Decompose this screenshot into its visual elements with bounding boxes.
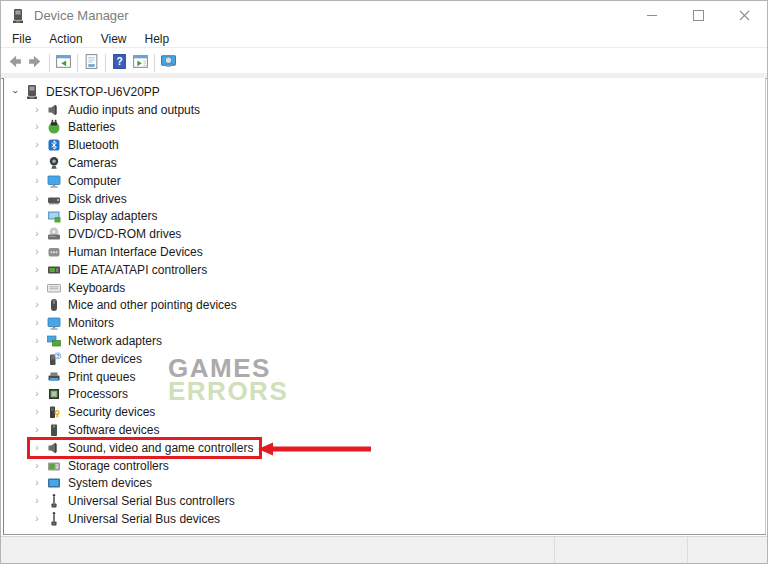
properties-button[interactable] [81, 52, 102, 74]
minimize-button[interactable] [629, 1, 675, 30]
tree-row[interactable]: ›Batteries [4, 119, 765, 137]
tree-item-label: Universal Serial Bus devices [66, 512, 222, 526]
tree-row[interactable]: ›Computer [4, 172, 765, 190]
chevron-right-icon[interactable]: › [30, 461, 44, 471]
show-hide-action-pane-button[interactable] [130, 52, 151, 74]
tree-row[interactable]: ›Monitors [4, 314, 765, 332]
chevron-down-icon[interactable]: › [10, 85, 20, 99]
chevron-right-icon[interactable]: › [30, 283, 44, 293]
svg-text:?: ? [56, 353, 59, 359]
tree-row[interactable]: ›Cameras [4, 154, 765, 172]
chevron-right-icon[interactable]: › [30, 247, 44, 257]
chevron-right-icon[interactable]: › [30, 211, 44, 221]
forward-arrow-icon [27, 53, 44, 74]
chevron-right-icon[interactable]: › [30, 318, 44, 328]
tree-row[interactable]: ›Universal Serial Bus devices [4, 510, 765, 528]
computer-icon [24, 84, 40, 100]
chevron-right-icon[interactable]: › [30, 158, 44, 168]
chevron-right-icon[interactable]: › [30, 354, 44, 364]
chevron-right-icon[interactable]: › [30, 478, 44, 488]
tree-item-label: Other devices [66, 352, 144, 366]
monitor-icon [46, 173, 62, 189]
close-button[interactable] [721, 1, 767, 30]
help-button[interactable]: ? [109, 52, 130, 74]
tree-item-label: Human Interface Devices [66, 245, 205, 259]
toolbar: ? [1, 48, 767, 79]
chevron-right-icon[interactable]: › [30, 407, 44, 417]
highlight-box: ›Sound, video and game controllers [27, 437, 262, 459]
chevron-right-icon[interactable]: › [30, 496, 44, 506]
tree-row[interactable]: ›Storage controllers [4, 457, 765, 475]
tree-row[interactable]: ›System devices [4, 475, 765, 493]
monitor-icon [46, 315, 62, 331]
chevron-right-icon[interactable]: › [30, 229, 44, 239]
speaker-icon [46, 102, 62, 118]
toolbar-separator [105, 54, 106, 72]
printer-icon [46, 369, 62, 385]
tree-item-label: Audio inputs and outputs [66, 103, 202, 117]
toolbar-separator [154, 54, 155, 72]
tree-row[interactable]: ›Audio inputs and outputs [4, 101, 765, 119]
tree-item-label: Computer [66, 174, 123, 188]
tree-row[interactable]: ›Bluetooth [4, 136, 765, 154]
minimize-icon [647, 15, 657, 16]
tree-row[interactable]: ›DVD/CD-ROM drives [4, 225, 765, 243]
help-icon: ? [111, 53, 128, 74]
tree-row[interactable]: ›Human Interface Devices [4, 243, 765, 261]
speaker-icon [46, 440, 62, 456]
tree-row[interactable]: ›Print queues [4, 368, 765, 386]
back-button[interactable] [4, 52, 25, 74]
chevron-right-icon[interactable]: › [30, 372, 44, 382]
tree-row[interactable]: ›?Other devices [4, 350, 765, 368]
menu-bar: FileActionViewHelp [1, 30, 767, 48]
tree-row[interactable]: ›IDE ATA/ATAPI controllers [4, 261, 765, 279]
chevron-right-icon[interactable]: › [30, 300, 44, 310]
status-section-3 [688, 537, 767, 563]
toolbar-separator [49, 54, 50, 72]
tree-row[interactable]: ›Processors [4, 386, 765, 404]
chevron-right-icon[interactable]: › [30, 514, 44, 524]
chevron-right-icon[interactable]: › [30, 443, 44, 453]
tree-item-label: Network adapters [66, 334, 164, 348]
maximize-button[interactable] [675, 1, 721, 30]
system-icon [46, 475, 62, 491]
chevron-right-icon[interactable]: › [30, 140, 44, 150]
tree-item-label: DESKTOP-U6V20PP [44, 85, 162, 99]
chevron-right-icon[interactable]: › [30, 176, 44, 186]
tree-row[interactable]: ›Display adapters [4, 208, 765, 226]
window-controls [629, 1, 767, 30]
tree-row[interactable]: ›Disk drives [4, 190, 765, 208]
tree-item-label: Display adapters [66, 209, 159, 223]
usb-icon [46, 493, 62, 509]
chevron-right-icon[interactable]: › [30, 336, 44, 346]
chevron-right-icon[interactable]: › [30, 122, 44, 132]
hid-icon [46, 244, 62, 260]
tree-root-row[interactable]: ›DESKTOP-U6V20PP [4, 83, 765, 101]
tree-row[interactable]: ›Security devices [4, 403, 765, 421]
battery-icon [46, 119, 62, 135]
tree-row[interactable]: ›Sound, video and game controllers [4, 439, 765, 457]
chevron-right-icon[interactable]: › [30, 389, 44, 399]
menu-item-view[interactable]: View [92, 31, 136, 47]
tree-row[interactable]: ›Mice and other pointing devices [4, 297, 765, 315]
chevron-right-icon[interactable]: › [30, 105, 44, 115]
menu-item-action[interactable]: Action [40, 31, 91, 47]
chevron-right-icon[interactable]: › [30, 194, 44, 204]
chevron-right-icon[interactable]: › [30, 425, 44, 435]
dvd-icon [46, 226, 62, 242]
menu-item-help[interactable]: Help [136, 31, 179, 47]
back-arrow-icon [6, 53, 23, 74]
action-pane-icon [132, 53, 149, 74]
tree-row[interactable]: ›Keyboards [4, 279, 765, 297]
scan-for-hardware-changes-button[interactable] [158, 52, 179, 74]
tree-row[interactable]: ›Network adapters [4, 332, 765, 350]
tree-item-label: Mice and other pointing devices [66, 298, 239, 312]
menu-item-file[interactable]: File [3, 31, 40, 47]
tree-item-label: DVD/CD-ROM drives [66, 227, 183, 241]
show-hide-console-tree-button[interactable] [53, 52, 74, 74]
storage-icon [46, 458, 62, 474]
tree-item-label: Monitors [66, 316, 116, 330]
tree-row[interactable]: ›Universal Serial Bus controllers [4, 492, 765, 510]
forward-button[interactable] [25, 52, 46, 74]
chevron-right-icon[interactable]: › [30, 265, 44, 275]
